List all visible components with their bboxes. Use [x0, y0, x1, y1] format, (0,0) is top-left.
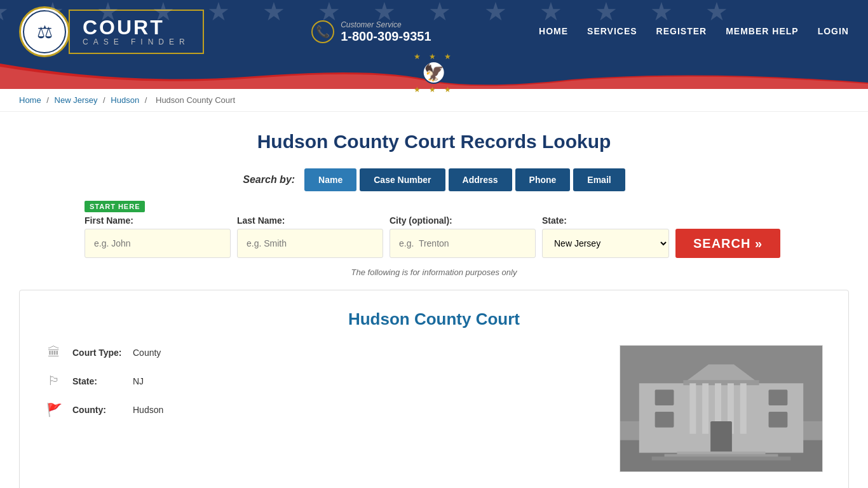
- state-icon: 🏳: [45, 374, 63, 388]
- logo-circle-inner: ⚖: [23, 10, 66, 53]
- first-name-label: First Name:: [85, 215, 231, 226]
- county-label: County:: [72, 405, 123, 415]
- main-content: Hudson County Court Records Lookup Searc…: [0, 112, 868, 488]
- county-value: Hudson: [133, 405, 163, 415]
- logo-court-text: COURT: [83, 17, 190, 37]
- start-here-badge: START HERE: [85, 201, 145, 212]
- city-input[interactable]: [390, 229, 536, 258]
- breadcrumb-hudson[interactable]: Hudson: [111, 95, 139, 105]
- court-details-row: 🏛 Court Type: County 🏳 State: NJ 🚩 Count…: [45, 345, 823, 472]
- stars-left: ★ ★ ★: [414, 52, 455, 61]
- tab-case-number[interactable]: Case Number: [360, 168, 445, 191]
- tab-email[interactable]: Email: [573, 168, 625, 191]
- state-label: State:: [542, 215, 669, 226]
- nav-services[interactable]: SERVICES: [587, 26, 637, 37]
- header-wave: ★ ★ ★ 🦅 ★ ★ ★: [0, 64, 868, 89]
- court-type-item: 🏛 Court Type: County: [45, 345, 620, 360]
- breadcrumb-sep-2: /: [103, 95, 107, 105]
- city-label: City (optional):: [390, 215, 536, 226]
- state-value: NJ: [133, 376, 144, 386]
- logo-text-area: COURT CASE FINDER: [69, 10, 204, 54]
- phone-number: 1-800-309-9351: [341, 29, 431, 44]
- eagle-icon: 🦅: [423, 61, 445, 84]
- breadcrumb-home[interactable]: Home: [19, 95, 41, 105]
- tab-name[interactable]: Name: [304, 168, 356, 191]
- breadcrumb-sep-3: /: [145, 95, 149, 105]
- search-button[interactable]: SEARCH »: [675, 229, 780, 258]
- nav-login[interactable]: LOGIN: [818, 26, 849, 37]
- search-tabs-row: Search by: Name Case Number Address Phon…: [19, 168, 849, 191]
- phone-icon: 📞: [311, 20, 334, 43]
- logo-area: ⚖ COURT CASE FINDER: [19, 6, 204, 57]
- last-name-input[interactable]: [237, 229, 383, 258]
- search-by-label: Search by:: [243, 174, 295, 186]
- first-name-input[interactable]: [85, 229, 231, 258]
- stars-right: ★ ★ ★: [414, 85, 455, 94]
- breadcrumb-sep-1: /: [46, 95, 51, 105]
- logo-circle: ⚖: [19, 6, 70, 57]
- logo-case-finder-text: CASE FINDER: [83, 37, 190, 46]
- svg-rect-19: [620, 346, 822, 472]
- search-fields-row: First Name: Last Name: City (optional): …: [85, 215, 783, 258]
- info-card: Hudson County Court 🏛 Court Type: County…: [19, 290, 849, 488]
- nav-home[interactable]: HOME: [539, 26, 568, 37]
- nav-member-help[interactable]: MEMBER HELP: [726, 26, 798, 37]
- first-name-group: First Name:: [85, 215, 231, 258]
- breadcrumb-new-jersey[interactable]: New Jersey: [55, 95, 98, 105]
- phone-details: Customer Service 1-800-309-9351: [341, 20, 431, 44]
- last-name-group: Last Name:: [237, 215, 383, 258]
- court-type-label: Court Type:: [72, 348, 123, 358]
- scales-icon: ⚖: [37, 22, 53, 43]
- court-type-icon: 🏛: [45, 345, 63, 360]
- breadcrumb-current: Hudson County Court: [156, 95, 235, 105]
- eagle-area: ★ ★ ★ 🦅 ★ ★ ★: [414, 51, 455, 94]
- search-form-container: START HERE First Name: Last Name: City (…: [85, 201, 783, 258]
- county-icon: 🚩: [45, 402, 63, 417]
- state-item: 🏳 State: NJ: [45, 374, 620, 388]
- city-group: City (optional):: [390, 215, 536, 258]
- court-title: Hudson County Court: [45, 309, 823, 329]
- search-button-label: SEARCH »: [693, 236, 763, 251]
- state-label-detail: State:: [72, 376, 123, 386]
- state-group: State: New Jersey Alabama Alaska Califor…: [542, 215, 669, 258]
- page-title: Hudson County Court Records Lookup: [19, 131, 849, 152]
- court-building-svg: [620, 345, 822, 472]
- county-item: 🚩 County: Hudson: [45, 402, 620, 417]
- customer-service-label: Customer Service: [341, 20, 431, 29]
- court-building-image: [620, 345, 823, 472]
- court-type-value: County: [133, 348, 161, 358]
- court-details-left: 🏛 Court Type: County 🏳 State: NJ 🚩 Count…: [45, 345, 620, 431]
- phone-area: 📞 Customer Service 1-800-309-9351: [311, 20, 431, 44]
- nav-register[interactable]: REGISTER: [656, 26, 707, 37]
- info-note: The following is for information purpose…: [19, 268, 849, 277]
- state-select[interactable]: New Jersey Alabama Alaska California New…: [542, 229, 669, 258]
- main-nav: HOME SERVICES REGISTER MEMBER HELP LOGIN: [539, 26, 849, 37]
- tab-phone[interactable]: Phone: [515, 168, 571, 191]
- tab-address[interactable]: Address: [449, 168, 512, 191]
- last-name-label: Last Name:: [237, 215, 383, 226]
